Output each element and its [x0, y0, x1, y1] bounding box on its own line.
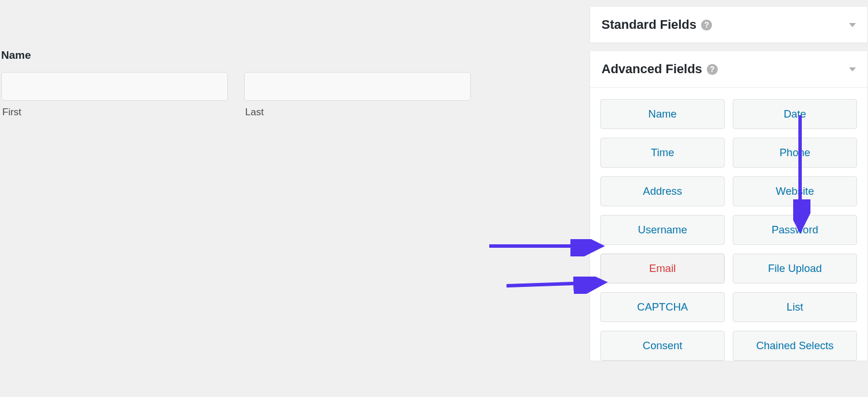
- field-button-phone[interactable]: Phone: [733, 138, 857, 168]
- name-field-row: First Last: [1, 72, 589, 118]
- field-button-time[interactable]: Time: [600, 138, 725, 168]
- first-name-column: First: [1, 72, 228, 118]
- chevron-down-icon: [849, 23, 856, 27]
- last-name-column: Last: [244, 72, 471, 118]
- chevron-down-icon: [849, 67, 856, 71]
- field-button-address[interactable]: Address: [600, 176, 725, 206]
- first-name-input[interactable]: [1, 72, 228, 101]
- advanced-fields-panel: Advanced Fields ? Name Date Time Phone A…: [589, 51, 868, 361]
- field-button-chained-selects[interactable]: Chained Selects: [733, 331, 857, 361]
- help-icon[interactable]: ?: [707, 64, 718, 75]
- first-name-sublabel: First: [2, 107, 228, 118]
- field-button-name[interactable]: Name: [600, 99, 725, 129]
- field-button-file-upload[interactable]: File Upload: [733, 254, 857, 283]
- standard-fields-panel: Standard Fields ?: [589, 7, 868, 43]
- field-button-captcha[interactable]: CAPTCHA: [600, 292, 725, 322]
- last-name-input[interactable]: [244, 72, 471, 101]
- advanced-fields-header[interactable]: Advanced Fields ?: [590, 51, 867, 87]
- name-field-label: Name: [1, 49, 589, 62]
- fields-sidebar: Standard Fields ? Advanced Fields ? Name…: [589, 0, 868, 397]
- last-name-sublabel: Last: [245, 107, 471, 118]
- field-button-email[interactable]: Email: [600, 254, 725, 283]
- field-button-password[interactable]: Password: [733, 215, 857, 245]
- standard-fields-title: Standard Fields: [601, 17, 696, 32]
- advanced-fields-grid: Name Date Time Phone Address Website Use…: [590, 87, 867, 361]
- field-button-website[interactable]: Website: [733, 176, 857, 206]
- standard-fields-header[interactable]: Standard Fields ?: [590, 7, 867, 43]
- help-icon[interactable]: ?: [701, 20, 712, 31]
- field-button-consent[interactable]: Consent: [600, 331, 725, 361]
- form-canvas: Name First Last: [0, 0, 589, 397]
- field-button-username[interactable]: Username: [600, 215, 725, 245]
- field-button-date[interactable]: Date: [733, 99, 857, 129]
- advanced-fields-title: Advanced Fields: [601, 62, 702, 77]
- field-button-list[interactable]: List: [733, 292, 857, 322]
